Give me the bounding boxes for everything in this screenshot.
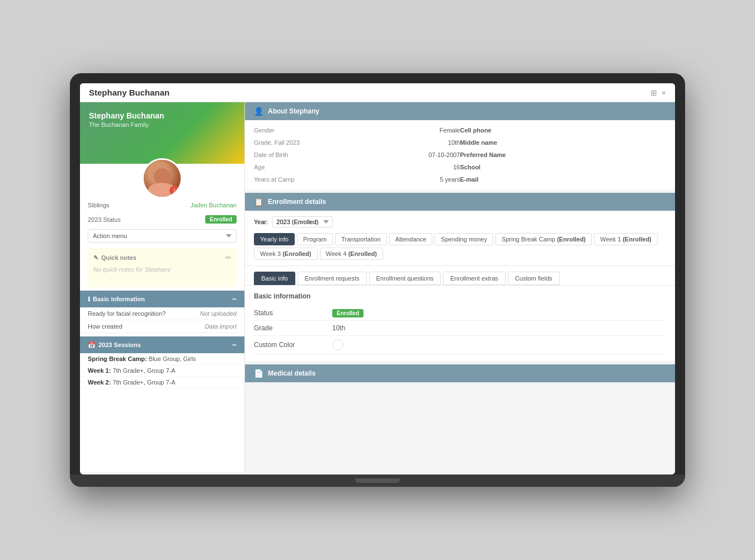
tab-spending-money[interactable]: Spending money — [435, 233, 493, 245]
year-label: Year: — [254, 219, 268, 225]
avatar: ! — [142, 158, 182, 198]
medical-panel: 📄 Medical details — [245, 364, 675, 382]
siblings-label: Siblings — [88, 202, 110, 208]
tab-program[interactable]: Program — [297, 233, 333, 245]
inner-tab-custom-fields[interactable]: Custom fields — [508, 272, 560, 285]
gender-label: Gender — [254, 127, 357, 134]
enrollment-status-row: Status Enrolled — [254, 306, 666, 321]
enrollment-color-value — [332, 339, 666, 350]
inner-tab-enrollment-extras[interactable]: Enrollment extras — [443, 272, 506, 285]
no-notes-text: No quick notes for Stephany — [93, 266, 231, 273]
session-row-3: Week 2: 7th Grade+, Group 7-A — [80, 377, 244, 388]
facial-recognition-row: Ready for facial recognition? Not upload… — [80, 307, 244, 320]
age-label: Age — [254, 164, 357, 170]
enrollment-color-row: Custom Color — [254, 336, 666, 354]
app-header: Stephany Buchanan ⊞ × — [80, 83, 675, 102]
basic-info-section-title: Basic information — [254, 292, 666, 300]
session-label-2: Week 1: — [88, 367, 111, 374]
session-row-2: Week 1: 7th Grade+, Group 7-A — [80, 365, 244, 377]
session-row-1: Spring Break Camp: Blue Group, Girls — [80, 353, 244, 365]
about-title: About Stephany — [268, 107, 319, 115]
inner-tab-enrollment-requests[interactable]: Enrollment requests — [298, 272, 367, 285]
laptop-frame: Stephany Buchanan ⊞ × Stephany Buchanan … — [70, 73, 685, 487]
tab-week3[interactable]: Week 3 (Enrolled) — [254, 248, 318, 260]
laptop-screen: Stephany Buchanan ⊞ × Stephany Buchanan … — [80, 83, 675, 474]
school-label: School — [460, 164, 481, 170]
about-grid: Gender Female Grade, Fall 2023 10th Date… — [245, 120, 675, 189]
profile-family: The Buchanan Family — [89, 121, 235, 128]
age-value: 16 — [357, 164, 460, 170]
cell-phone-label: Cell phone — [460, 127, 492, 134]
sessions-section-header: 📅 2023 Sessions − — [80, 336, 244, 353]
enrollment-status-badge: Enrolled — [332, 309, 364, 317]
medical-title: Medical details — [268, 369, 315, 377]
dob-label: Date of Birth — [254, 151, 357, 158]
session-value-3: 7th Grade+, Group 7-A — [112, 379, 175, 386]
email-label: E-mail — [460, 176, 479, 183]
age-field: Age 16 — [254, 164, 460, 170]
pin-icon[interactable]: ⊞ — [650, 88, 657, 97]
facial-recognition-label: Ready for facial recognition? — [88, 310, 166, 317]
basic-info-content: Basic information Status Enrolled Grade … — [245, 286, 675, 361]
tab-yearly-info[interactable]: Yearly info — [254, 233, 295, 245]
inner-tab-enrollment-questions[interactable]: Enrollment questions — [369, 272, 441, 285]
calendar-icon: 📅 — [88, 341, 96, 349]
middle-name-field: Middle name — [460, 139, 667, 146]
inner-tab-row: Basic info Enrollment requests Enrollmen… — [245, 266, 675, 286]
about-icon: 👤 — [254, 107, 263, 116]
tab-week1[interactable]: Week 1 (Enrolled) — [594, 233, 658, 245]
quick-notes-section: ✎ Quick notes ✏ No quick notes for Steph… — [88, 248, 237, 287]
school-field: School — [460, 164, 667, 170]
preferred-name-label: Preferred Name — [460, 151, 506, 158]
info-icon: ℹ — [88, 296, 90, 303]
enrollment-color-label: Custom Color — [254, 341, 332, 349]
about-panel: 👤 About Stephany Gender Female Grade, F — [245, 102, 675, 189]
siblings-link[interactable]: Jaden Buchanan — [190, 202, 237, 208]
sessions-header-left: 📅 2023 Sessions — [88, 341, 141, 349]
tab-spring-break[interactable]: Spring Break Camp (Enrolled) — [496, 233, 592, 245]
right-panel: 👤 About Stephany Gender Female Grade, F — [245, 102, 675, 472]
avatar-container: ! — [80, 158, 244, 198]
laptop-notch — [355, 478, 400, 483]
status-badge: Enrolled — [205, 215, 237, 224]
enrollment-panel: 📋 Enrollment details Year: 2023 (Enrolle… — [245, 193, 675, 361]
enrollment-status-label: Status — [254, 309, 332, 317]
profile-name: Stephany Buchanan — [89, 111, 235, 120]
enrollment-title: Enrollment details — [268, 198, 326, 206]
profile-header: Stephany Buchanan The Buchanan Family — [80, 102, 244, 164]
laptop-base — [70, 474, 685, 487]
left-sidebar: Stephany Buchanan The Buchanan Family ! … — [80, 102, 245, 472]
session-value-2: 7th Grade+, Group 7-A — [112, 367, 175, 374]
tab-attendance[interactable]: Attendance — [389, 233, 433, 245]
year-select[interactable]: 2023 (Enrolled) — [272, 216, 333, 227]
session-label-1: Spring Break Camp: — [88, 355, 147, 362]
middle-name-label: Middle name — [460, 139, 498, 146]
how-created-row: How created Data import — [80, 320, 244, 333]
edit-notes-icon[interactable]: ✏ — [225, 254, 231, 262]
years-at-camp-value: 5 years — [357, 176, 460, 183]
basic-info-section-header: ℹ Basic information − — [80, 291, 244, 307]
app-container: Stephany Buchanan ⊞ × Stephany Buchanan … — [80, 83, 675, 474]
action-menu[interactable]: Action menu — [88, 229, 237, 243]
grade-fall-label: Grade, Fall 2023 — [254, 139, 357, 146]
close-icon[interactable]: × — [662, 88, 666, 97]
tab-week4[interactable]: Week 4 (Enrolled) — [320, 248, 384, 260]
inner-tab-basic-info[interactable]: Basic info — [254, 272, 295, 285]
app-title: Stephany Buchanan — [89, 88, 169, 97]
email-field: E-mail — [460, 176, 667, 183]
enrollment-grade-label: Grade — [254, 324, 332, 332]
session-label-3: Week 2: — [88, 379, 111, 386]
basic-info-collapse-btn[interactable]: − — [232, 295, 237, 303]
dob-field: Date of Birth 07-10-2007 — [254, 151, 460, 158]
cell-phone-field: Cell phone — [460, 127, 667, 134]
sessions-collapse-btn[interactable]: − — [232, 340, 237, 349]
grade-fall-value: 10th — [357, 139, 460, 146]
gender-field: Gender Female — [254, 127, 460, 134]
sessions-title: 2023 Sessions — [98, 341, 141, 348]
enrollment-status-value: Enrolled — [332, 309, 666, 317]
about-panel-header: 👤 About Stephany — [245, 102, 675, 120]
header-icons: ⊞ × — [650, 88, 666, 97]
basic-info-header-left: ℹ Basic information — [88, 296, 145, 303]
tab-transportation[interactable]: Transportation — [335, 233, 387, 245]
status-row: 2023 Status Enrolled — [80, 212, 244, 227]
